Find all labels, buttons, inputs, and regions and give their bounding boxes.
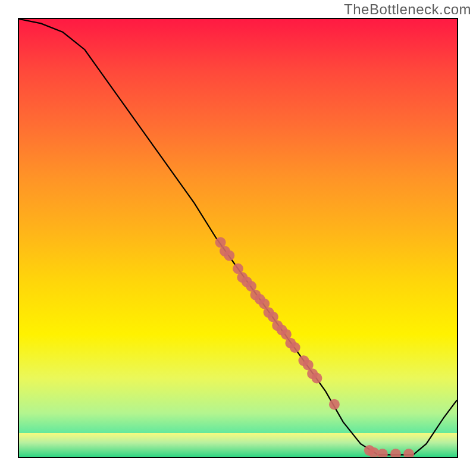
data-points-group [215,237,414,457]
data-point [403,449,414,457]
data-point [377,449,388,457]
chart-stage: TheBottleneck.com [0,0,476,476]
plot-area [18,18,458,458]
data-point [312,373,322,384]
watermark-text: TheBottleneck.com [344,1,471,18]
data-point [390,449,401,457]
data-point [329,399,340,410]
data-point [290,342,300,353]
bottleneck-curve [19,19,457,455]
data-point [224,250,234,261]
chart-overlay-svg [19,19,457,457]
